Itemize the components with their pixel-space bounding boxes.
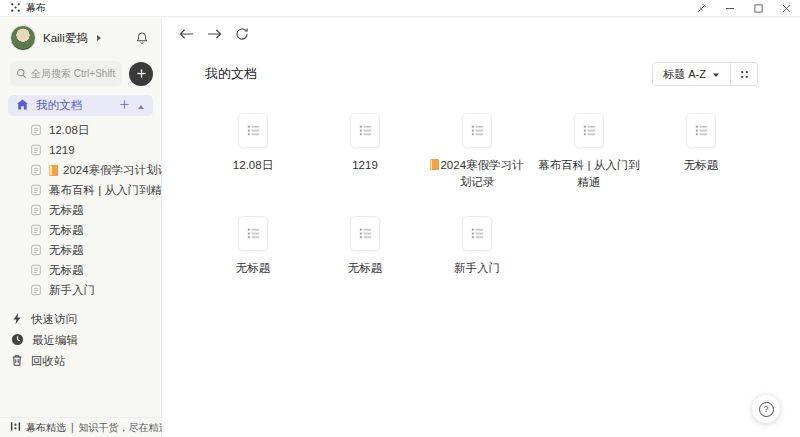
sidebar-doc-item[interactable]: 2024寒假学习计划记录 xyxy=(0,160,161,180)
help-icon: ? xyxy=(759,402,774,417)
app-window: 幕布 Kaili爱捣 xyxy=(0,0,800,437)
window-controls xyxy=(688,0,800,16)
notification-bell-icon[interactable] xyxy=(135,31,149,45)
help-button[interactable]: ? xyxy=(752,395,780,423)
document-card[interactable]: 无标题 xyxy=(309,216,421,277)
sort-label: 标题 A-Z xyxy=(663,67,706,82)
shortcut-label: 最近编辑 xyxy=(32,333,78,348)
sidebar-doc-item[interactable]: 无标题 xyxy=(0,200,161,220)
document-card[interactable]: 新手入门 xyxy=(421,216,533,277)
card-title: 12.08日 xyxy=(233,157,273,174)
sort-dropdown[interactable]: 标题 A-Z xyxy=(653,63,731,85)
sidebar-doc-item[interactable]: 无标题 xyxy=(0,260,161,280)
notebook-icon xyxy=(430,159,439,170)
refresh-icon[interactable] xyxy=(235,27,249,41)
pin-icon[interactable] xyxy=(688,0,716,16)
chevron-down-icon xyxy=(712,68,720,80)
sidebar-item-recent-edits[interactable]: 最近编辑 xyxy=(0,330,161,351)
maximize-button[interactable] xyxy=(744,0,772,16)
card-title-text: 2024寒假学习计划记录 xyxy=(440,159,523,188)
document-icon xyxy=(238,113,268,148)
sidebar-doc-item[interactable]: 12.08日 xyxy=(0,120,161,140)
card-title: 无标题 xyxy=(236,260,271,277)
document-card[interactable]: 无标题 xyxy=(645,113,757,192)
document-icon xyxy=(350,216,380,251)
close-button[interactable] xyxy=(772,0,800,16)
app-title: 幕布 xyxy=(26,1,46,15)
notebook-icon xyxy=(49,165,58,176)
search-input[interactable] xyxy=(31,68,116,79)
featured-banner[interactable]: 幕布精选 | 知识干货，尽在精选 xyxy=(0,417,161,437)
sidebar-doc-item[interactable]: 新手入门 xyxy=(0,280,161,300)
search-box[interactable] xyxy=(10,61,122,86)
history-nav xyxy=(162,17,800,41)
app-brand: 幕布 xyxy=(10,1,46,15)
shortcut-label: 回收站 xyxy=(31,354,66,369)
doc-title: 幕布百科 | 从入门到精通 xyxy=(49,183,173,198)
lightning-icon xyxy=(11,312,23,327)
card-title: 幕布百科 | 从入门到精通 xyxy=(538,157,640,192)
doc-title: 无标题 xyxy=(49,203,84,218)
view-controls: 标题 A-Z xyxy=(652,62,758,86)
sidebar: Kaili爱捣 xyxy=(0,17,162,437)
sidebar-doc-item[interactable]: 1219 xyxy=(0,140,161,160)
main-panel: 我的文档 标题 A-Z xyxy=(162,17,800,437)
sidebar-doc-item[interactable]: 无标题 xyxy=(0,220,161,240)
card-title: 无标题 xyxy=(684,157,719,174)
card-title: 2024寒假学习计划记录 xyxy=(426,157,528,192)
shortcut-label: 快速访问 xyxy=(31,312,77,327)
doc-title: 12.08日 xyxy=(49,123,89,138)
card-title: 1219 xyxy=(352,157,378,174)
back-icon[interactable] xyxy=(179,28,194,40)
sidebar-item-label: 我的文档 xyxy=(36,98,82,113)
sidebar-shortcuts: 快速访问 最近编辑 回收站 xyxy=(0,300,161,372)
user-name: Kaili爱捣 xyxy=(43,31,88,46)
document-icon xyxy=(574,113,604,148)
collapse-icon[interactable] xyxy=(137,100,145,112)
card-title: 新手入门 xyxy=(454,260,500,277)
doc-title: 无标题 xyxy=(49,263,84,278)
forward-icon[interactable] xyxy=(207,28,222,40)
document-icon xyxy=(238,216,268,251)
titlebar: 幕布 xyxy=(0,0,800,17)
chevron-right-icon xyxy=(97,35,101,41)
doc-title: 1219 xyxy=(49,144,75,156)
document-list: 12.08日 1219 2024寒假学习计划记录 幕布百科 | 从入门到精通 xyxy=(0,116,161,300)
minimize-button[interactable] xyxy=(716,0,744,16)
search-row xyxy=(0,56,161,93)
sidebar-item-quick-access[interactable]: 快速访问 xyxy=(0,309,161,330)
document-card[interactable]: 12.08日 xyxy=(197,113,309,192)
card-title: 无标题 xyxy=(348,260,383,277)
document-card[interactable]: 无标题 xyxy=(197,216,309,277)
user-menu[interactable]: Kaili爱捣 xyxy=(0,17,161,56)
doc-title: 新手入门 xyxy=(49,283,95,298)
mubu-featured-logo-icon xyxy=(10,421,21,434)
clock-icon xyxy=(11,333,24,348)
page-title: 我的文档 xyxy=(205,65,257,83)
avatar[interactable] xyxy=(10,25,36,51)
search-icon xyxy=(16,65,27,83)
trash-icon xyxy=(11,354,23,369)
doc-title: 无标题 xyxy=(49,243,84,258)
document-card[interactable]: 幕布百科 | 从入门到精通 xyxy=(533,113,645,192)
doc-title: 无标题 xyxy=(49,223,84,238)
page-header: 我的文档 标题 A-Z xyxy=(162,62,800,86)
document-icon xyxy=(462,113,492,148)
grid-view-toggle[interactable] xyxy=(731,63,757,85)
mubu-logo-icon xyxy=(10,2,21,15)
sidebar-item-my-documents[interactable]: 我的文档 xyxy=(8,95,153,116)
sidebar-doc-item[interactable]: 无标题 xyxy=(0,240,161,260)
home-icon xyxy=(16,98,29,113)
document-card[interactable]: 1219 xyxy=(309,113,421,192)
featured-brand: 幕布精选 xyxy=(26,421,66,435)
document-icon xyxy=(462,216,492,251)
add-doc-icon[interactable] xyxy=(119,99,130,112)
new-document-button[interactable] xyxy=(129,62,153,86)
sidebar-doc-item[interactable]: 幕布百科 | 从入门到精通 xyxy=(0,180,161,200)
sidebar-item-trash[interactable]: 回收站 xyxy=(0,351,161,372)
document-icon xyxy=(686,113,716,148)
document-grid: 12.08日 1219 2024寒假学习计划记录 xyxy=(197,113,800,277)
document-icon xyxy=(350,113,380,148)
document-card[interactable]: 2024寒假学习计划记录 xyxy=(421,113,533,192)
featured-slogan: 知识干货，尽在精选 xyxy=(79,421,169,435)
